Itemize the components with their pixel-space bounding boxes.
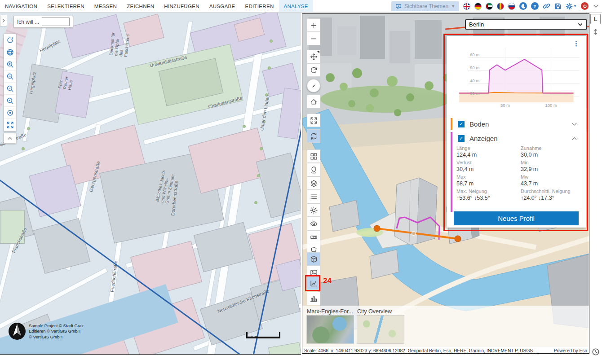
compass-icon[interactable]: [307, 79, 320, 92]
layer-checkbox[interactable]: ✓: [458, 121, 465, 127]
collapse-up-icon[interactable]: [4, 133, 16, 144]
tree: [257, 174, 260, 177]
zoom-out-icon[interactable]: [307, 32, 320, 45]
magnify-out-icon[interactable]: [4, 70, 16, 83]
pan-icon[interactable]: [307, 50, 320, 63]
kebab-menu-icon[interactable]: [573, 40, 580, 49]
tree: [27, 127, 30, 130]
new-profile-button[interactable]: Neues Profil: [454, 211, 579, 225]
svg-text:30 m: 30 m: [470, 91, 479, 96]
north-arrow-logo: [8, 322, 26, 340]
flag-uae-icon[interactable]: [486, 3, 493, 10]
annotation-number: 24: [323, 276, 332, 285]
powered-by-esri: Powered by Esri: [554, 348, 587, 353]
buildings-icon[interactable]: [307, 292, 320, 305]
flag-germany-icon[interactable]: [474, 3, 482, 10]
i-want-to-input[interactable]: [42, 18, 70, 26]
full-extent-icon[interactable]: [307, 114, 320, 127]
scalebar-label: 60 m: [248, 334, 258, 339]
globe-icon[interactable]: [4, 46, 16, 58]
menu-tab-editieren[interactable]: EDITIEREN: [240, 0, 279, 12]
layers-icon[interactable]: [307, 176, 320, 190]
place-pin-icon[interactable]: [307, 163, 320, 176]
stat-durchschnittl-neigung: Durchschnittl. Neigung↑24.0° ↓17.3°: [521, 188, 578, 202]
menu-tab-analyse[interactable]: ANALYSE: [279, 0, 313, 12]
elevation-profile-chart[interactable]: 30 m40 m50 m60 m50 m100 m: [450, 46, 581, 117]
tree: [260, 147, 263, 150]
menu-tab-hinzufügen[interactable]: HINZUFÜGEN: [159, 0, 204, 12]
power-icon[interactable]: [581, 2, 589, 10]
save-icon[interactable]: [554, 3, 562, 10]
svg-text:50 m: 50 m: [470, 65, 479, 70]
night-mode-icon[interactable]: [519, 2, 527, 10]
locate-icon[interactable]: [4, 107, 16, 119]
stat-verlust: Verlust30,4 m: [456, 159, 521, 174]
stat-min: Min32,9 m: [521, 159, 578, 174]
help-icon[interactable]: ?: [531, 2, 539, 10]
scalebar: 60 m: [246, 332, 280, 338]
anzeigen-color-bar: [451, 132, 452, 212]
topbar-actions: Sichtbare Themen ▼ ?▼: [391, 1, 602, 11]
scene-3d-view[interactable]: Berlin Marx-Engles-For... City Overview …: [302, 13, 589, 354]
visible-themes-button[interactable]: Sichtbare Themen ▼: [391, 1, 459, 11]
flag-romania-icon[interactable]: [497, 3, 504, 10]
visible-themes-label: Sichtbare Themen: [404, 3, 448, 9]
clock-icon[interactable]: [591, 347, 600, 356]
bookmark-label: Marx-Engles-For...: [307, 308, 353, 315]
layer-label: Boden: [469, 120, 489, 128]
sync-views-icon[interactable]: [307, 129, 320, 143]
tree: [22, 147, 25, 150]
scene-select-dropdown[interactable]: Berlin: [465, 19, 587, 30]
rotate-icon[interactable]: [307, 63, 320, 77]
stat-zunahme: Zunahme30,0 m: [521, 145, 578, 159]
settings-icon[interactable]: ▼: [566, 3, 577, 10]
stat-max-neigung: Max. Neigung↑53.6° ↓53.5°: [456, 188, 521, 202]
menu-tab-navigation[interactable]: NAVIGATION: [0, 0, 42, 12]
stat-max: Max58,7 m: [456, 174, 521, 188]
magnify-in-icon[interactable]: [4, 58, 16, 70]
stat-mw: Mw43,7 m: [521, 174, 578, 188]
bookmark-thumbnail-marx-engles[interactable]: [307, 316, 354, 343]
measure-distance-icon[interactable]: [307, 230, 320, 244]
bookmark-thumbnail-city-overview[interactable]: [357, 316, 404, 343]
collapse-toolbar-icon[interactable]: [593, 3, 599, 9]
zoom-in-icon[interactable]: [307, 18, 320, 32]
panel-expander-button[interactable]: [0, 15, 7, 26]
full-extent-2d-icon[interactable]: [4, 119, 16, 131]
topbar-icon-row: ?▼: [463, 2, 599, 10]
visibility-icon[interactable]: [307, 217, 320, 230]
layer-color-bar: [451, 118, 452, 130]
next-extent-icon[interactable]: [4, 95, 16, 107]
daylight-icon[interactable]: [307, 203, 320, 217]
layout-corner-icon[interactable]: L: [590, 14, 601, 24]
flag-russia-icon[interactable]: [508, 3, 515, 10]
link-icon[interactable]: [543, 2, 550, 10]
top-menubar: NAVIGATIONSELEKTIERENMESSENZEICHNENHINZU…: [0, 0, 602, 13]
previous-extent-icon[interactable]: [4, 83, 16, 95]
map-attribution: Sample Project © Stadt Graz Editieren © …: [29, 323, 84, 340]
elevation-profile-icon[interactable]: [307, 276, 320, 290]
panel-divider-handle-icon[interactable]: [591, 26, 601, 37]
menu-tab-zeichnen[interactable]: ZEICHNEN: [122, 0, 159, 12]
submenu-corner: [317, 51, 319, 53]
menu-tab-selektieren[interactable]: SELEKTIEREN: [42, 0, 89, 12]
home-icon[interactable]: [307, 95, 320, 108]
svg-text:100 m: 100 m: [545, 103, 557, 108]
viewsheds-icon[interactable]: [307, 149, 320, 163]
attribution-line: © VertiGIS GmbH: [29, 334, 84, 340]
chevron-up-icon[interactable]: [571, 135, 578, 142]
legend-icon[interactable]: [307, 190, 320, 203]
elevation-profile-widget: 30 m40 m50 m60 m50 m100 m ✓Boden✓Anzeige…: [447, 36, 586, 228]
map-2d-view[interactable]: HegelplatzHegelplatzUniversitätsstraßeCh…: [0, 13, 301, 355]
refresh-icon[interactable]: [4, 34, 16, 46]
menu-tab-messen[interactable]: MESSEN: [89, 0, 122, 12]
layer-checkbox[interactable]: ✓: [458, 135, 465, 142]
chevron-down-icon[interactable]: [571, 121, 578, 127]
street-label: Fritz Reuter Haus: [58, 70, 75, 91]
svg-text:60 m: 60 m: [470, 52, 479, 57]
slice-icon[interactable]: [307, 252, 320, 266]
layer-label: Anzeigen: [469, 135, 498, 142]
menu-tab-ausgabe[interactable]: AUSGABE: [204, 0, 240, 12]
scene-statusbar: Scale: 4066 x: 1490411.93023 y: 6894606.…: [302, 347, 589, 354]
flag-uk-icon[interactable]: [463, 3, 470, 10]
